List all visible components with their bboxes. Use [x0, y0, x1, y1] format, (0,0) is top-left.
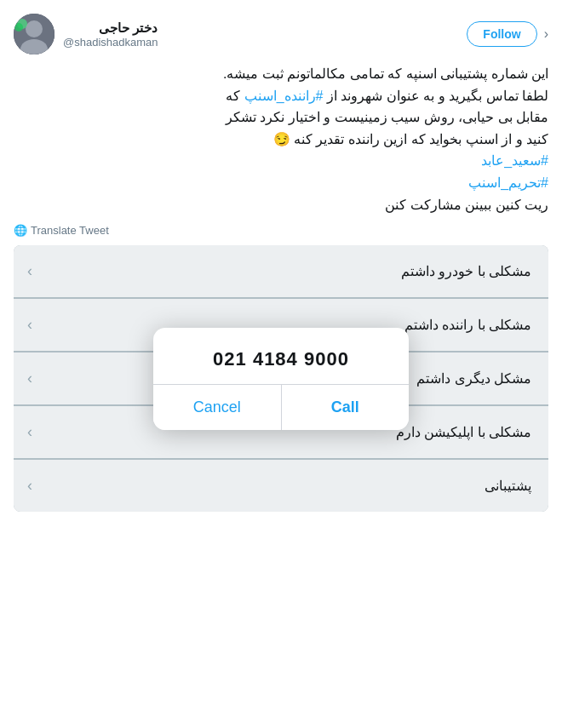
- svg-point-4: [14, 23, 23, 32]
- follow-button[interactable]: Follow: [467, 21, 536, 47]
- hashtag-driver[interactable]: #راننده_اسنپ: [244, 89, 324, 103]
- chevron-left-icon: ‹: [27, 370, 32, 387]
- call-button[interactable]: Call: [282, 385, 410, 430]
- hashtag-saeed[interactable]: #سعید_عابد: [481, 153, 548, 168]
- tweet-header-left: دختر حاجی @shadishadkaman: [14, 14, 158, 54]
- list-item[interactable]: ‹ مشکلی با خودرو داشتم: [14, 245, 548, 297]
- svg-point-1: [26, 20, 43, 37]
- tweet-text-line2-suffix: که: [226, 89, 244, 103]
- user-handle[interactable]: @shadishadkaman: [63, 36, 158, 49]
- menu-wrapper: ‹ مشکلی با خودرو داشتم ‹ مشکلی با راننده…: [14, 245, 548, 512]
- chevron-left-icon: ‹: [27, 423, 32, 441]
- chevron-left-icon: ‹: [27, 477, 32, 495]
- tweet-card: دختر حاجی @shadishadkaman Follow › این ش…: [0, 0, 562, 512]
- avatar-image: [14, 14, 54, 54]
- tweet-text-line1: این شماره پشتیبانی اسنپه که تمامی مکالما…: [223, 66, 548, 81]
- dialog-overlay: 021 4184 9000 Cancel Call: [153, 328, 409, 430]
- dialog-actions: Cancel Call: [153, 385, 409, 430]
- menu-item-label: پشتیبانی: [485, 478, 531, 494]
- chevron-left-icon: ‹: [27, 262, 32, 280]
- list-item[interactable]: ‹ پشتیبانی: [14, 460, 548, 512]
- tweet-text-line2-prefix: لطفا تماس بگیرید و به عنوان شهروند از: [323, 89, 548, 103]
- call-dialog: 021 4184 9000 Cancel Call: [153, 328, 409, 430]
- tweet-text-line3: مقابل بی حیابی، روش سیب زمینیست و اختیار…: [226, 110, 548, 124]
- translate-tweet[interactable]: 🌐 Translate Tweet: [14, 224, 548, 237]
- smug-emoji: 😏: [273, 132, 294, 146]
- hashtag-boycott[interactable]: #تحریم_اسنپ: [468, 175, 548, 190]
- tweet-header-right: Follow ›: [467, 21, 548, 47]
- user-info: دختر حاجی @shadishadkaman: [63, 20, 158, 49]
- menu-item-label: مشکلی با خودرو داشتم: [401, 263, 531, 279]
- more-options-icon[interactable]: ›: [544, 26, 548, 42]
- tweet-text-line4: کنید و از اسنپ بخواید که ازین راننده تقد…: [294, 132, 548, 146]
- cancel-button[interactable]: Cancel: [153, 385, 282, 430]
- dialog-phone-number: 021 4184 9000: [153, 328, 409, 384]
- menu-item-label: مشکلی با راننده داشتم: [404, 317, 531, 333]
- translate-label: Translate Tweet: [31, 224, 109, 237]
- avatar[interactable]: [14, 14, 54, 54]
- user-name[interactable]: دختر حاجی: [63, 20, 158, 36]
- tweet-text-last: ریت کنین ببینن مشارکت کنن: [385, 198, 548, 212]
- menu-item-label: مشکل دیگری داشتم: [416, 370, 531, 387]
- translate-icon: 🌐: [14, 224, 27, 237]
- tweet-header: دختر حاجی @shadishadkaman Follow ›: [14, 14, 548, 54]
- chevron-left-icon: ‹: [27, 316, 32, 334]
- tweet-body: این شماره پشتیبانی اسنپه که تمامی مکالما…: [14, 63, 548, 215]
- menu-item-label: مشکلی با اپلیکیشن دارم: [396, 424, 531, 440]
